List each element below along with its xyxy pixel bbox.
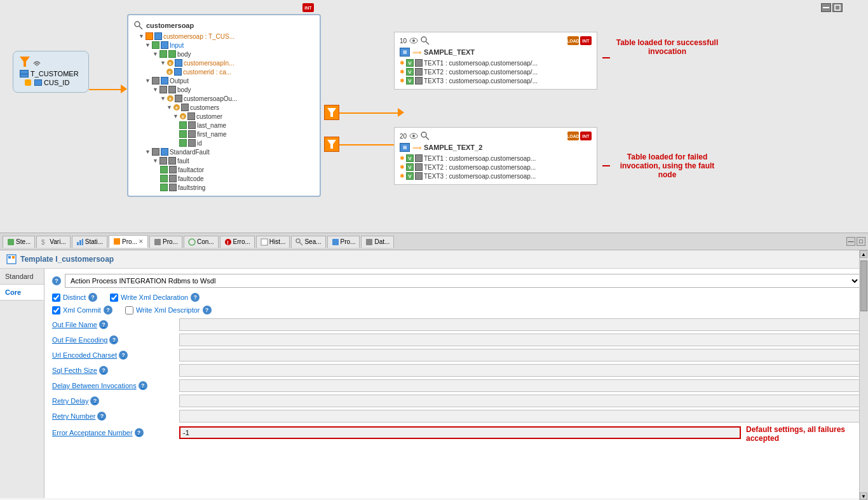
retrydelay-help[interactable]: ? xyxy=(90,396,99,405)
tab-step-label: Ste... xyxy=(16,238,31,245)
magnify-icon-1 xyxy=(421,36,430,45)
toolbar-icon-2[interactable] xyxy=(832,3,843,12)
maximize-button[interactable]: □ xyxy=(857,237,865,246)
urlcharset-label[interactable]: Url Encoded Charset ? xyxy=(52,351,179,360)
star-4: ✱ xyxy=(400,155,405,161)
form-row-error-wrapper: Error Acceptance Number ? Default settin… xyxy=(52,425,860,443)
svg-rect-19 xyxy=(79,240,81,245)
retrydelay-input[interactable] xyxy=(179,395,860,407)
tab-stat[interactable]: Stati... xyxy=(72,236,107,248)
tree-label-faultstring: faultstring xyxy=(178,184,205,191)
tabs-area: Ste... $ Vari... Stati... Pro... ✕ Pro..… xyxy=(0,233,868,250)
gray-icon-1 xyxy=(415,59,423,67)
outfilename-input[interactable] xyxy=(179,318,860,331)
delay-label[interactable]: Delay Between Invocations ? xyxy=(52,381,179,390)
xml-commit-help-icon[interactable]: ? xyxy=(104,306,112,314)
scrollbar[interactable]: ▲ ▼ xyxy=(859,250,868,500)
prop-icon xyxy=(113,238,121,245)
filter-icon xyxy=(20,57,30,67)
side-tab-core[interactable]: Core xyxy=(0,285,44,301)
form-row-retrynumber: Retry Number ? xyxy=(52,410,860,422)
tab-sea[interactable]: Sea... xyxy=(291,236,325,248)
icon-s13 xyxy=(169,175,177,182)
write-xml-decl-checkbox[interactable] xyxy=(110,294,118,302)
side-tab-standard[interactable]: Standard xyxy=(0,269,44,285)
erroracceptance-help[interactable]: ? xyxy=(135,428,144,437)
outfileencoding-help[interactable]: ? xyxy=(109,335,118,344)
tree-item-customers: ▼ e customers xyxy=(128,103,320,112)
sqlfetch-input[interactable] xyxy=(179,364,860,377)
distinct-checkbox[interactable] xyxy=(52,294,60,302)
annot1-arrow xyxy=(602,57,610,58)
erroracceptance-input[interactable] xyxy=(179,426,741,439)
tab-step[interactable]: Ste... xyxy=(3,236,35,248)
dropdown-help-icon[interactable]: ? xyxy=(52,276,61,285)
retrynumber-input[interactable] xyxy=(179,410,860,422)
distinct-help-icon[interactable]: ? xyxy=(88,293,97,302)
outfilename-help[interactable]: ? xyxy=(99,320,108,329)
icon-gray-s8 xyxy=(159,157,167,165)
write-xml-decl-label[interactable]: Write Xml Declaration xyxy=(121,294,188,301)
sqlfetch-help[interactable]: ? xyxy=(99,366,108,375)
retrynumber-label[interactable]: Retry Number ? xyxy=(52,412,179,421)
tab-err[interactable]: ! Erro... xyxy=(220,236,255,248)
error-annotation: Default settings, all failures accepted xyxy=(746,425,860,443)
toolbar-icon-1[interactable] xyxy=(821,3,831,12)
tree-label-customerid: customerid : ca... xyxy=(183,69,231,76)
erroracceptance-text: Error Acceptance Number xyxy=(52,429,133,436)
chart-icon xyxy=(76,238,84,246)
tab-pro-active[interactable]: Pro... ✕ xyxy=(109,235,148,248)
scroll-down-button[interactable]: ▼ xyxy=(860,492,867,500)
v-icon-3: V xyxy=(406,77,414,84)
tree-label-1: customersoap : T_CUS... xyxy=(163,33,234,40)
minimize-button[interactable]: — xyxy=(846,237,855,246)
icon-orange-sq xyxy=(146,32,153,40)
cusid-label: CUS_ID xyxy=(44,79,69,86)
icon-s3 xyxy=(179,130,187,138)
xml-commit-label[interactable]: Xml Commit xyxy=(63,306,101,314)
distinct-label[interactable]: Distinct xyxy=(63,294,86,301)
erroracceptance-label[interactable]: Error Acceptance Number ? xyxy=(52,428,179,437)
write-xml-decl-help-icon[interactable]: ? xyxy=(191,293,200,302)
tab-var-label: Vari... xyxy=(50,238,65,245)
tree-label-faultactor: faultactor xyxy=(178,166,204,173)
icon-e-4: e xyxy=(173,104,180,111)
icon-gray-sq-6 xyxy=(187,112,195,120)
tab-var[interactable]: $ Vari... xyxy=(36,236,70,248)
outfileencoding-input[interactable] xyxy=(179,334,860,346)
tree-item-firstname: first_name xyxy=(128,130,320,139)
diagram-area: T_CUSTOMER CUS_ID customersoap ▼ custome… xyxy=(0,0,868,248)
write-xml-desc-label[interactable]: Write Xml Descriptor xyxy=(136,306,200,314)
retrydelay-label[interactable]: Retry Delay ? xyxy=(52,396,179,405)
action-process-dropdown[interactable]: Action Process INTEGRATION Rdbms to Wsdl xyxy=(65,274,860,288)
outfileencoding-label[interactable]: Out File Encoding ? xyxy=(52,335,179,344)
urlcharset-input[interactable] xyxy=(179,349,860,361)
checkbox-row-2: Xml Commit ? Write Xml Descriptor ? xyxy=(52,306,860,314)
eye-icon-1 xyxy=(409,36,418,45)
filter-canvas-2 xyxy=(324,137,339,152)
outfilename-label[interactable]: Out File Name ? xyxy=(52,320,179,329)
sample1-text1: TEXT1 : customersoap.customersoap/... xyxy=(424,60,538,67)
tab-dat[interactable]: Dat... xyxy=(361,236,394,248)
panel-title-bar: Template I_customersoap xyxy=(0,250,868,269)
urlcharset-help[interactable]: ? xyxy=(119,351,128,360)
svg-point-8 xyxy=(421,37,426,42)
scroll-up-button[interactable]: ▲ xyxy=(860,250,867,258)
delay-help[interactable]: ? xyxy=(139,381,147,390)
scrollbar-thumb[interactable] xyxy=(860,260,867,311)
tab-con[interactable]: Con... xyxy=(184,236,219,248)
tree-label-body1: body xyxy=(177,51,191,58)
sqlfetch-label[interactable]: Sql Fecth Size ? xyxy=(52,366,179,375)
icon-green-sq-3 xyxy=(168,50,176,58)
svg-rect-18 xyxy=(77,242,79,245)
write-xml-desc-checkbox[interactable] xyxy=(125,306,133,314)
retrynumber-help[interactable]: ? xyxy=(97,412,106,421)
xml-commit-checkbox[interactable] xyxy=(52,306,60,314)
tab-pro3[interactable]: Pro... xyxy=(327,236,360,248)
tab-close-1[interactable]: ✕ xyxy=(139,238,144,245)
delay-input[interactable] xyxy=(179,379,860,392)
tab-hist[interactable]: Hist... xyxy=(256,236,290,248)
write-xml-desc-help-icon[interactable]: ? xyxy=(203,306,212,314)
cusid-row: CUS_ID xyxy=(20,78,82,87)
tab-pro2[interactable]: Pro... xyxy=(149,236,182,248)
